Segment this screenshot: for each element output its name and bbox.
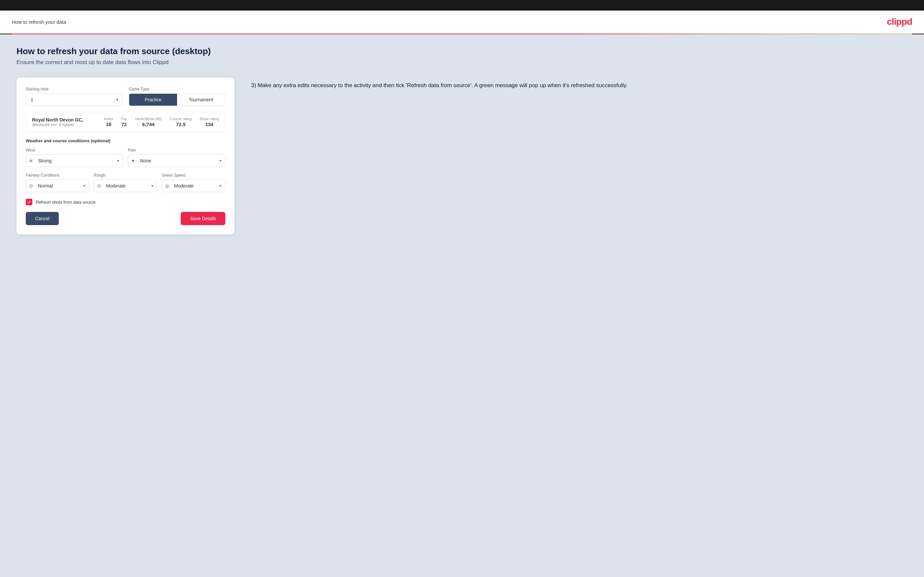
- header-title: How to refresh your data: [12, 19, 66, 25]
- holes-label: Holes: [104, 117, 113, 121]
- page-heading: How to refresh your data from source (de…: [16, 46, 908, 56]
- rain-label: Rain: [128, 148, 225, 153]
- save-button[interactable]: Save Details: [181, 212, 225, 225]
- course-name-main: Royal North Devon GC,: [32, 117, 97, 122]
- form-card: Starting Hole 1 10 Game Type Practice To…: [16, 77, 234, 234]
- course-rating-label: Course rating: [170, 117, 192, 121]
- rain-select-wrapper[interactable]: ✦ None Light Heavy: [128, 155, 225, 167]
- course-stat-par: Par 72: [121, 117, 127, 127]
- rough-select[interactable]: Moderate Light Heavy: [94, 180, 157, 192]
- checkbox-row: Refresh shots from data source: [26, 199, 225, 205]
- wind-select-wrapper[interactable]: ≋ Strong None Light Moderate: [26, 155, 123, 167]
- course-name-sub: Westward Ho!, England: [32, 122, 97, 127]
- starting-hole-group: Starting Hole 1 10: [26, 87, 122, 106]
- course-stats: Holes 18 Par 72 Yards/White (M)) 6,744 C…: [104, 117, 219, 127]
- slope-rating-label: Slope rating: [200, 117, 219, 121]
- page-subheading: Ensure the correct and most up to date d…: [16, 59, 908, 66]
- side-text-content: 3) Make any extra edits necessary to the…: [251, 81, 908, 90]
- wind-label: Wind: [26, 148, 123, 153]
- course-stat-yards: Yards/White (M)) 6,744: [135, 117, 162, 127]
- content-row: Starting Hole 1 10 Game Type Practice To…: [16, 77, 908, 234]
- conditions-row-3: Fairway Conditions ⊙ Normal Firm Soft Ro…: [26, 173, 225, 192]
- course-name-block: Royal North Devon GC, Westward Ho!, Engl…: [32, 117, 97, 127]
- refresh-checkbox[interactable]: [26, 199, 32, 205]
- wind-select[interactable]: Strong None Light Moderate: [26, 155, 123, 167]
- course-info: Royal North Devon GC, Westward Ho!, Engl…: [26, 112, 225, 132]
- game-type-label: Game Type: [129, 87, 225, 92]
- course-stat-course-rating: Course rating 72.5: [170, 117, 192, 127]
- starting-hole-label: Starting Hole: [26, 87, 122, 92]
- rough-select-wrapper[interactable]: ⊙ Moderate Light Heavy: [94, 180, 157, 192]
- course-rating-value: 72.5: [176, 121, 186, 127]
- slope-rating-value: 134: [205, 121, 213, 127]
- button-row: Cancel Save Details: [26, 212, 225, 225]
- yards-value: 6,744: [142, 121, 155, 127]
- header: How to refresh your data clippd: [0, 11, 924, 34]
- green-speed-select-wrapper[interactable]: ◎ Moderate Slow Fast: [162, 180, 225, 192]
- rain-group: Rain ✦ None Light Heavy: [128, 148, 225, 167]
- conditions-grid: Wind ≋ Strong None Light Moderate Rain: [26, 148, 225, 167]
- course-stat-holes: Holes 18: [104, 117, 113, 127]
- side-text: 3) Make any extra edits necessary to the…: [251, 77, 908, 90]
- main-content: How to refresh your data from source (de…: [0, 34, 924, 577]
- starting-hole-row: Starting Hole 1 10 Game Type Practice To…: [26, 87, 225, 106]
- fairway-select-wrapper[interactable]: ⊙ Normal Firm Soft: [26, 180, 89, 192]
- yards-label: Yards/White (M)): [135, 117, 162, 121]
- starting-hole-select[interactable]: 1 10: [26, 93, 122, 106]
- top-bar: [0, 0, 924, 11]
- rough-label: Rough: [94, 173, 157, 177]
- starting-hole-select-wrapper[interactable]: 1 10: [26, 93, 122, 106]
- cancel-button[interactable]: Cancel: [26, 212, 59, 225]
- game-type-group: Game Type Practice Tournament: [129, 87, 225, 106]
- fairway-label: Fairway Conditions: [26, 173, 89, 177]
- par-value: 72: [121, 121, 127, 127]
- conditions-title: Weather and course conditions (optional): [26, 138, 225, 143]
- par-label: Par: [121, 117, 127, 121]
- holes-value: 18: [106, 121, 111, 127]
- practice-button[interactable]: Practice: [129, 94, 177, 106]
- wind-group: Wind ≋ Strong None Light Moderate: [26, 148, 123, 167]
- fairway-select[interactable]: Normal Firm Soft: [26, 180, 89, 192]
- refresh-label[interactable]: Refresh shots from data source: [36, 200, 95, 205]
- fairway-group: Fairway Conditions ⊙ Normal Firm Soft: [26, 173, 89, 192]
- course-stat-slope-rating: Slope rating 134: [200, 117, 219, 127]
- game-type-buttons: Practice Tournament: [129, 93, 225, 106]
- rough-group: Rough ⊙ Moderate Light Heavy: [94, 173, 157, 192]
- green-speed-group: Green Speed ◎ Moderate Slow Fast: [162, 173, 225, 192]
- tournament-button[interactable]: Tournament: [177, 94, 225, 106]
- rain-select[interactable]: None Light Heavy: [128, 155, 225, 167]
- green-speed-select[interactable]: Moderate Slow Fast: [162, 180, 225, 192]
- green-speed-label: Green Speed: [162, 173, 225, 177]
- logo: clippd: [887, 16, 912, 27]
